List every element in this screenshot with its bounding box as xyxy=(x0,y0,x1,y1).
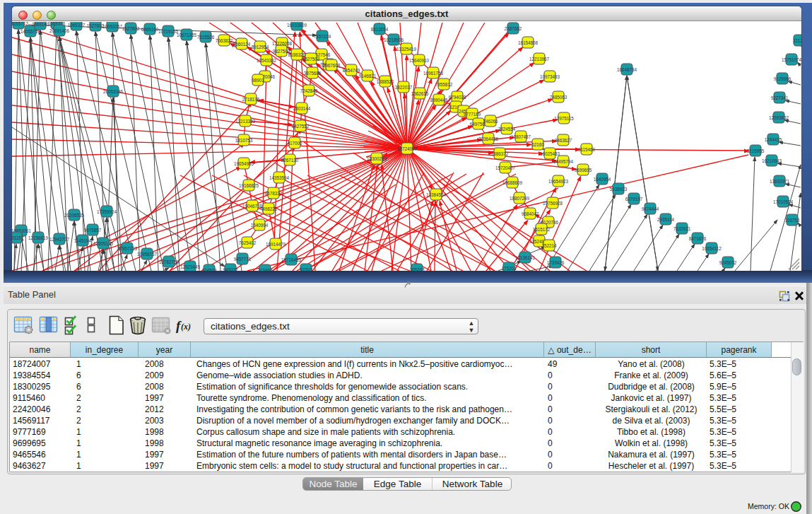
svg-text:8471676: 8471676 xyxy=(689,236,707,241)
svg-text:9777169: 9777169 xyxy=(464,112,481,117)
svg-text:3824554: 3824554 xyxy=(498,127,516,132)
svg-text:16154808: 16154808 xyxy=(518,40,539,45)
svg-text:7515526: 7515526 xyxy=(197,35,215,40)
svg-text:8678332: 8678332 xyxy=(265,191,283,196)
svg-text:10653267: 10653267 xyxy=(102,24,123,29)
svg-text:2718176: 2718176 xyxy=(242,97,260,102)
svg-text:26053346: 26053346 xyxy=(103,89,124,94)
svg-text:(x): (x) xyxy=(181,322,191,332)
svg-text:991157: 991157 xyxy=(12,235,24,240)
svg-text:1388520: 1388520 xyxy=(377,79,394,84)
svg-text:1244415: 1244415 xyxy=(765,137,782,142)
svg-text:16210643: 16210643 xyxy=(762,158,782,163)
svg-text:2069140: 2069140 xyxy=(32,22,49,27)
svg-text:8267130: 8267130 xyxy=(281,158,299,163)
svg-text:16033809: 16033809 xyxy=(287,23,307,28)
svg-text:6379197: 6379197 xyxy=(625,197,643,201)
svg-text:19756928: 19756928 xyxy=(543,201,563,206)
svg-text:10973493: 10973493 xyxy=(540,74,560,79)
svg-text:14495794: 14495794 xyxy=(553,159,574,164)
svg-text:165203: 165203 xyxy=(409,267,425,271)
svg-text:16782759: 16782759 xyxy=(159,259,180,264)
svg-text:17010504: 17010504 xyxy=(773,199,794,204)
svg-text:18807249: 18807249 xyxy=(510,196,530,201)
svg-text:417006: 417006 xyxy=(287,141,302,146)
svg-text:8990448: 8990448 xyxy=(430,98,448,103)
svg-text:10688609: 10688609 xyxy=(502,180,523,185)
svg-text:7242848: 7242848 xyxy=(300,88,318,93)
svg-text:10671355: 10671355 xyxy=(177,33,197,37)
svg-text:8813054: 8813054 xyxy=(371,27,389,32)
svg-text:112403: 112403 xyxy=(258,268,273,271)
svg-text:18724007: 18724007 xyxy=(397,146,418,151)
svg-text:10025483: 10025483 xyxy=(540,151,560,156)
svg-text:10218506: 10218506 xyxy=(384,37,404,42)
svg-text:62160: 62160 xyxy=(531,142,544,147)
svg-text:12213383: 12213383 xyxy=(235,119,256,124)
svg-text:10543382: 10543382 xyxy=(257,58,277,63)
svg-text:12093832: 12093832 xyxy=(769,115,789,120)
svg-text:9227341: 9227341 xyxy=(771,95,789,100)
svg-text:98901: 98901 xyxy=(252,78,264,83)
svg-text:7625402: 7625402 xyxy=(239,240,257,245)
svg-text:17359924: 17359924 xyxy=(97,209,117,214)
svg-text:14055712: 14055712 xyxy=(12,22,28,26)
svg-text:15720407: 15720407 xyxy=(495,165,516,170)
svg-text:9463627: 9463627 xyxy=(555,138,572,143)
svg-text:6794028: 6794028 xyxy=(449,95,466,100)
svg-text:9474444: 9474444 xyxy=(642,206,659,211)
svg-text:19384554: 19384554 xyxy=(426,192,447,197)
svg-text:2967608: 2967608 xyxy=(323,63,341,68)
svg-text:1810753: 1810753 xyxy=(235,138,253,143)
svg-text:746266: 746266 xyxy=(483,119,498,124)
svg-text:16914479: 16914479 xyxy=(266,242,286,247)
svg-text:19166825: 19166825 xyxy=(239,183,259,188)
svg-text:252214: 252214 xyxy=(541,243,557,248)
svg-text:10807487: 10807487 xyxy=(511,134,531,139)
svg-text:9146821: 9146821 xyxy=(359,74,377,78)
svg-text:1527602: 1527602 xyxy=(122,26,140,31)
svg-text:10719155: 10719155 xyxy=(158,29,179,34)
svg-text:2935114: 2935114 xyxy=(657,217,675,222)
svg-text:14353594: 14353594 xyxy=(269,175,290,180)
svg-text:2803144: 2803144 xyxy=(293,106,311,111)
svg-text:19654923: 19654923 xyxy=(548,179,569,184)
svg-text:9245032: 9245032 xyxy=(719,260,737,265)
svg-text:12942737: 12942737 xyxy=(49,237,70,242)
svg-text:19654985: 19654985 xyxy=(234,161,254,166)
svg-text:945032: 945032 xyxy=(223,267,238,271)
svg-text:12923445: 12923445 xyxy=(180,264,201,269)
svg-text:7663822: 7663822 xyxy=(216,38,233,43)
svg-text:16961758: 16961758 xyxy=(423,71,444,76)
svg-text:11122: 11122 xyxy=(794,38,801,43)
svg-text:8215955: 8215955 xyxy=(747,148,765,153)
svg-text:1145194: 1145194 xyxy=(74,238,92,243)
svg-text:9699695: 9699695 xyxy=(575,168,592,173)
svg-text:3822037: 3822037 xyxy=(395,85,413,90)
svg-text:10654112: 10654112 xyxy=(702,246,722,251)
svg-text:8660124: 8660124 xyxy=(233,42,251,47)
svg-text:1540994: 1540994 xyxy=(251,223,269,228)
svg-text:13692971: 13692971 xyxy=(770,179,790,184)
svg-text:1362615: 1362615 xyxy=(411,91,429,96)
svg-text:1640954: 1640954 xyxy=(594,177,611,182)
svg-text:12505135: 12505135 xyxy=(93,241,114,246)
svg-text:3875685: 3875685 xyxy=(304,71,322,76)
svg-text:9129966: 9129966 xyxy=(774,76,792,81)
svg-text:17957223: 17957223 xyxy=(117,246,138,251)
svg-text:15300293: 15300293 xyxy=(367,156,387,161)
svg-text:6466160: 6466160 xyxy=(141,27,159,32)
svg-text:175203: 175203 xyxy=(501,266,517,271)
svg-text:5938923: 5938923 xyxy=(610,187,628,192)
svg-text:20364436: 20364436 xyxy=(478,136,499,141)
svg-text:116753: 116753 xyxy=(785,218,800,223)
svg-text:12213967: 12213967 xyxy=(529,57,550,62)
svg-text:16648784: 16648784 xyxy=(617,67,637,72)
svg-text:20206535: 20206535 xyxy=(64,213,85,218)
svg-text:9527503: 9527503 xyxy=(302,57,320,62)
svg-text:2387682: 2387682 xyxy=(505,26,522,31)
svg-text:124503: 124503 xyxy=(201,268,217,271)
svg-text:9115460: 9115460 xyxy=(578,147,596,152)
svg-text:4498222: 4498222 xyxy=(260,206,278,211)
svg-text:9457771: 9457771 xyxy=(234,257,252,262)
